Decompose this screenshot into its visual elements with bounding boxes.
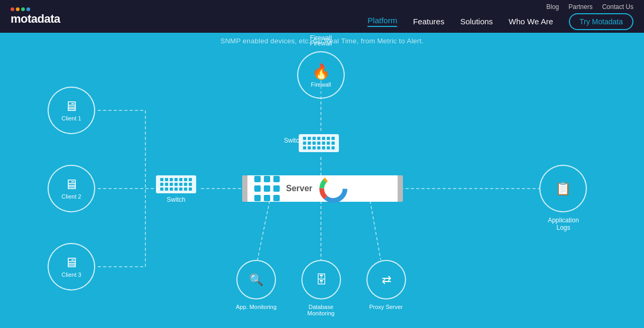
top-switch-body bbox=[299, 134, 339, 152]
main-diagram: SNMP enabled devices, etc. Go Real Time,… bbox=[0, 33, 644, 328]
client-2-label: Client 2 bbox=[61, 193, 81, 200]
port bbox=[312, 142, 316, 145]
header-right: Blog Partners Contact Us Platform Featur… bbox=[367, 3, 633, 30]
proxy-server-text: Proxy Server bbox=[369, 304, 403, 310]
led bbox=[264, 185, 270, 192]
client-1-icon: 🖥 bbox=[65, 98, 78, 115]
proxy-server-label: Proxy Server bbox=[362, 304, 410, 310]
logo: motadata bbox=[11, 7, 60, 26]
proxy-icon: ⇄ bbox=[382, 273, 391, 287]
logo-text: motadata bbox=[11, 12, 60, 26]
port bbox=[317, 137, 320, 140]
app-logs-text: ApplicationLogs bbox=[548, 217, 579, 231]
left-switch-body bbox=[156, 175, 196, 193]
app-logs-node: 📋 bbox=[539, 165, 587, 212]
contact-link[interactable]: Contact Us bbox=[602, 3, 633, 11]
led bbox=[273, 176, 280, 182]
port bbox=[160, 183, 163, 186]
port bbox=[189, 183, 192, 186]
server-led-grid bbox=[254, 176, 280, 201]
port bbox=[170, 188, 173, 191]
app-monitoring-icon: 🔍 bbox=[249, 273, 263, 287]
port bbox=[317, 142, 320, 145]
top-switch-row-3 bbox=[303, 146, 335, 149]
svg-point-15 bbox=[326, 182, 340, 195]
dot-blue bbox=[26, 7, 30, 11]
client-3-label: Client 3 bbox=[61, 271, 81, 278]
logo-dots bbox=[11, 7, 30, 11]
port bbox=[332, 137, 335, 140]
firewall-name: Firewall bbox=[310, 40, 332, 47]
server-label: Server bbox=[286, 184, 312, 193]
port bbox=[303, 137, 306, 140]
port bbox=[322, 146, 325, 149]
port bbox=[160, 188, 163, 191]
port bbox=[179, 178, 182, 181]
port bbox=[179, 188, 182, 191]
rack-right bbox=[398, 175, 403, 202]
port bbox=[317, 146, 320, 149]
header: motadata Blog Partners Contact Us Platfo… bbox=[0, 0, 644, 33]
led bbox=[254, 195, 261, 201]
port bbox=[179, 183, 182, 186]
port bbox=[165, 188, 168, 191]
client-1-label: Client 1 bbox=[61, 115, 81, 122]
port bbox=[184, 188, 187, 191]
database-icon: 🗄 bbox=[316, 273, 327, 287]
port bbox=[165, 183, 168, 186]
client-3: 🖥 Client 3 bbox=[48, 243, 95, 290]
dot-green bbox=[21, 7, 25, 11]
left-switch-label: Switch bbox=[156, 196, 196, 203]
port bbox=[303, 146, 306, 149]
nav-features[interactable]: Features bbox=[413, 17, 444, 26]
logo-area: motadata bbox=[11, 7, 60, 26]
port bbox=[327, 142, 330, 145]
port bbox=[312, 137, 316, 140]
blog-link[interactable]: Blog bbox=[546, 3, 559, 11]
port bbox=[160, 178, 163, 181]
led bbox=[264, 176, 270, 182]
top-links: Blog Partners Contact Us bbox=[546, 3, 633, 11]
led bbox=[254, 176, 261, 182]
client-2-icon: 🖥 bbox=[65, 176, 78, 193]
top-switch-row-2 bbox=[303, 142, 335, 145]
top-switch-label: Switch bbox=[284, 137, 302, 144]
server-donut-chart bbox=[319, 174, 348, 203]
firewall-label: Firewall bbox=[311, 81, 331, 88]
dot-red bbox=[11, 7, 14, 11]
led bbox=[264, 195, 270, 201]
svg-line-8 bbox=[257, 201, 270, 260]
database-monitoring-node: 🗄 bbox=[301, 260, 341, 299]
try-motadata-button[interactable]: Try Motadata bbox=[569, 13, 633, 30]
app-logs-icon: 📋 bbox=[555, 181, 571, 196]
nav-who-we-are[interactable]: Who We Are bbox=[509, 17, 553, 26]
app-monitoring-text: App. Monitoring bbox=[236, 304, 277, 310]
port bbox=[170, 178, 173, 181]
rack-left bbox=[242, 175, 247, 202]
partners-link[interactable]: Partners bbox=[568, 3, 592, 11]
client-2: 🖥 Client 2 bbox=[48, 165, 95, 212]
port bbox=[322, 137, 325, 140]
port bbox=[308, 146, 311, 149]
port bbox=[327, 146, 330, 149]
switch-row-1 bbox=[160, 178, 192, 181]
led bbox=[273, 185, 280, 192]
port bbox=[184, 183, 187, 186]
proxy-server-node: ⇄ bbox=[366, 260, 406, 299]
port bbox=[174, 183, 178, 186]
port bbox=[189, 178, 192, 181]
firewall-icon: 🔥 bbox=[312, 63, 330, 80]
database-monitoring-label: Database Monitoring bbox=[297, 304, 345, 316]
svg-line-10 bbox=[370, 201, 381, 260]
nav: Platform Features Solutions Who We Are T… bbox=[367, 13, 633, 30]
server-box: Server bbox=[245, 175, 400, 202]
port bbox=[184, 178, 187, 181]
top-switch-row-1 bbox=[303, 137, 335, 140]
nav-solutions[interactable]: Solutions bbox=[460, 17, 493, 26]
port bbox=[312, 146, 316, 149]
app-monitoring-label: App. Monitoring bbox=[234, 304, 279, 310]
switch-row-2 bbox=[160, 183, 192, 186]
database-monitoring-text: Database Monitoring bbox=[307, 304, 334, 316]
nav-platform[interactable]: Platform bbox=[367, 16, 397, 27]
port bbox=[308, 137, 311, 140]
